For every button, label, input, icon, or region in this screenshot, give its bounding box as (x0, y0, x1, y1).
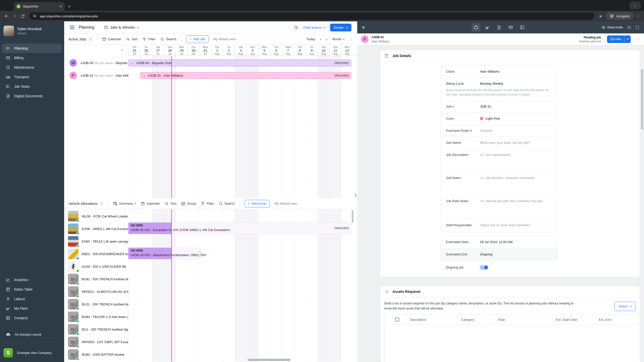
today-button[interactable]: Today (306, 37, 315, 41)
field-row-estimated-end[interactable]: Estimated EndOngoing (441, 248, 557, 260)
asset-list-item[interactable]: AU04 - 500 x 1000 AUGER Bit (64, 260, 128, 273)
horizontal-scrollbar[interactable] (248, 359, 291, 361)
add-asset-button[interactable]: + Add Asset (245, 200, 269, 207)
day-column[interactable]: Tue30Jul (187, 45, 199, 56)
gantt-options-icon[interactable]: ⋮ (349, 37, 353, 41)
back-icon[interactable] (3, 14, 11, 18)
field-row-color[interactable]: ColorLight Pink (441, 112, 557, 124)
sidebar-item-planning[interactable]: Planning (2, 43, 62, 53)
field-actions-button[interactable]: Field actions ▾ (303, 26, 325, 29)
field-value[interactable]: i.e. Job duration, customer comments (480, 176, 557, 180)
ongoing-job-toggle[interactable] (480, 265, 488, 270)
filter-button[interactable]: Filter (142, 37, 155, 41)
day-column[interactable]: Wed7Aug (282, 45, 294, 56)
field-row-job-notes[interactable]: Job Notesi.e. Job duration, customer com… (441, 172, 557, 195)
zoom-level-select[interactable]: Month ▾ (332, 37, 344, 41)
search-button[interactable]: Search (219, 202, 235, 206)
field-value[interactable]: Select one or more team members (480, 223, 557, 227)
field-row-job-rate-notes[interactable]: Job Rate Notesi.e. Special job rates thi… (441, 195, 557, 218)
day-column[interactable]: Thu25Jul (128, 45, 140, 56)
field-row-staff-responsible[interactable]: Staff ResponsibleSelect one or more team… (441, 218, 557, 232)
sidebar-item-my-fleet[interactable]: My Fleet (2, 304, 62, 313)
job-list-item[interactable]: W#JOB-30 No job name - Bayside Club (64, 57, 128, 69)
filter-button[interactable]: Filter (201, 202, 214, 206)
sidebar-item-labour[interactable]: Labour (2, 294, 62, 304)
vertical-scrollbar[interactable] (352, 210, 353, 223)
day-column[interactable]: Sun11Aug (329, 45, 341, 56)
asset-list-item[interactable]: BU84 - TB210R 1.2t fold down ca (64, 310, 128, 323)
scroll-left-icon[interactable]: ‹ (121, 48, 123, 52)
field-value[interactable]: i.e. Job requirements (480, 153, 557, 157)
allocation-bar[interactable]: ON HIRE#JOB-30-002 - Excavator 10-20t | … (128, 222, 351, 234)
create-button[interactable]: Create + (330, 24, 351, 31)
chevron-down-icon[interactable]: ▼ (625, 38, 631, 40)
calendar-view-button[interactable]: Calendar (102, 37, 121, 41)
day-column[interactable]: Sun28Jul (164, 45, 176, 56)
asset-list-item[interactable]: EX06 - 349D2 L 49t Cat Excavato (64, 222, 128, 235)
asset-list-item[interactable]: WL08 - 972K Cat Wheel Loader : (64, 210, 128, 222)
day-column[interactable]: Mon12Aug (341, 45, 353, 56)
sidebar-item-rates-table[interactable]: Rates Table (2, 285, 62, 294)
select-all-checkbox[interactable] (395, 318, 399, 322)
asset-list-item[interactable]: EX80 - TB216 1.6t open canopy (64, 235, 128, 248)
add-job-button[interactable]: + Add Job (186, 35, 208, 43)
field-value[interactable]: Ongoing (480, 252, 557, 256)
browser-menu-icon[interactable]: ⋮ (635, 14, 641, 18)
day-column[interactable]: Sun4Aug (247, 45, 258, 56)
bookmark-star-icon[interactable]: ★ (597, 14, 604, 19)
asset-list-item[interactable]: BU81 - 500 TRENCH toothed dig (64, 273, 128, 285)
forward-icon[interactable] (11, 14, 19, 18)
field-value[interactable]: What does your team call this job? (480, 141, 557, 145)
info-icon[interactable]: ⓘ (89, 37, 92, 41)
day-column[interactable]: Mon29Jul (176, 45, 187, 56)
sort-button[interactable]: Sort (165, 202, 176, 206)
field-row-job-description[interactable]: Job Descriptioni.e. Job requirements (441, 149, 557, 172)
prev-period-icon[interactable]: ‹ (320, 37, 321, 42)
panel-resize-handle[interactable]: ‖ (355, 193, 357, 197)
summary-button[interactable]: Summary ▾ (113, 202, 136, 206)
tab-search-chevron-icon[interactable]: ⌄ (629, 2, 640, 9)
view-switcher[interactable]: Jobs & Vehicles ▾ (104, 25, 139, 29)
checklist-icon[interactable] (627, 25, 631, 29)
default-view-label[interactable]: My default view (274, 202, 297, 205)
day-column[interactable]: Fri2Aug (223, 45, 235, 56)
on-hire-button[interactable]: On Hire ▼ (607, 35, 631, 43)
sidebar-item-contacts[interactable]: Contacts (2, 313, 62, 323)
field-value[interactable]: JOB-31 (480, 105, 557, 108)
day-column[interactable]: Mon5Aug (258, 45, 270, 56)
field-value[interactable]: Optional (480, 129, 557, 132)
day-column[interactable]: Thu1Aug (211, 45, 223, 56)
tab-allocations-icon[interactable] (483, 23, 492, 32)
next-period-icon[interactable]: › (326, 37, 328, 42)
asset-list-item[interactable]: BU82 - 1000 BATTER bucket (64, 348, 128, 361)
job-bar[interactable]: ⌄#JOB-30 - Bayside ClubONGOING (128, 60, 351, 66)
allocation-bar[interactable]: ON HIRE#JOB-30-003 - Attachment Rockbrea… (128, 248, 200, 259)
menu-icon[interactable] (70, 26, 74, 29)
user-card[interactable]: Dylan Hrurukvit Owner (0, 21, 64, 40)
sidebar-item-transport[interactable]: Transport (2, 72, 62, 82)
search-button[interactable]: Search (160, 37, 176, 41)
reload-icon[interactable] (19, 14, 27, 18)
bar-resize-handle[interactable] (199, 251, 202, 253)
tab-billing-icon[interactable] (506, 23, 515, 32)
field-value[interactable]: Monday Weekly (480, 82, 557, 85)
field-value[interactable]: 26 Jul 2024, 12:00 AM (480, 240, 557, 244)
asset-list-item[interactable]: RPH303 - CAT 336FL 36T Excav (64, 336, 128, 348)
close-panel-icon[interactable]: ✕ (362, 25, 365, 30)
asset-list-item[interactable]: RPH021 - KUBOTA U55-4G (EX4 (64, 285, 128, 298)
field-row-estimated-start[interactable]: Estimated Start26 Jul 2024, 12:00 AM (441, 236, 557, 248)
sidebar-item-job-tasks[interactable]: Job Tasks (2, 82, 62, 91)
global-search-icon[interactable] (294, 25, 298, 30)
day-column[interactable]: Sat10Aug (317, 45, 329, 56)
address-bar[interactable]: app.stayonhire.com/planning/active-jobs (29, 12, 594, 20)
chevron-down-icon[interactable]: ⌄ (129, 61, 136, 65)
group-button[interactable]: Group (181, 202, 196, 206)
chevron-down-icon[interactable]: ⌄ (140, 74, 148, 77)
site-settings-icon[interactable] (33, 14, 37, 18)
tab-close-icon[interactable]: ✕ (59, 5, 62, 8)
action-button[interactable]: Action ▾ (615, 302, 635, 311)
new-tab-button[interactable]: + (68, 4, 71, 9)
asset-list-item[interactable]: RB01 - 500 ROCKBREAKER for (64, 248, 128, 260)
sidebar-item-analytics[interactable]: Analytics (2, 275, 62, 285)
panel-scrollbar[interactable] (641, 69, 643, 129)
